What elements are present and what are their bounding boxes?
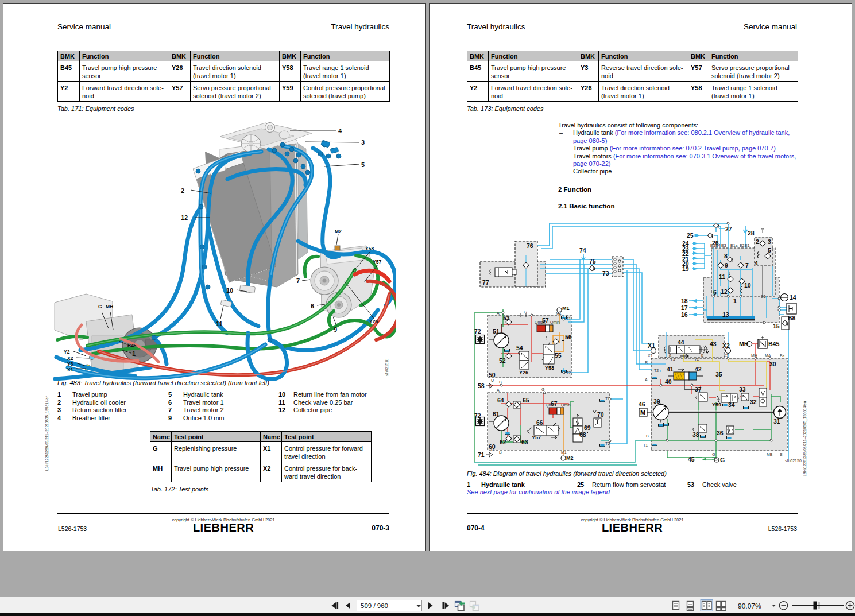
svg-text:61: 61 bbox=[493, 410, 500, 417]
svg-text:Y26: Y26 bbox=[369, 319, 378, 324]
svg-text:50: 50 bbox=[489, 371, 496, 378]
svg-text:36: 36 bbox=[717, 429, 724, 436]
svg-text:T2: T2 bbox=[566, 371, 571, 375]
svg-text:76: 76 bbox=[527, 242, 533, 249]
svg-text:MB: MB bbox=[767, 452, 773, 456]
svg-text:Y57: Y57 bbox=[373, 259, 381, 265]
svg-text:3: 3 bbox=[768, 238, 771, 245]
svg-text:G: G bbox=[712, 452, 715, 456]
svg-text:Y58: Y58 bbox=[365, 246, 374, 251]
svg-text:27: 27 bbox=[725, 226, 732, 233]
svg-text:39: 39 bbox=[653, 398, 660, 405]
svg-text:a: a bbox=[669, 353, 671, 357]
svg-text:12: 12 bbox=[721, 288, 728, 295]
svg-text:11: 11 bbox=[216, 320, 223, 327]
svg-text:4: 4 bbox=[755, 259, 758, 266]
svg-text:T1: T1 bbox=[566, 317, 571, 321]
svg-text:51: 51 bbox=[493, 328, 500, 335]
svg-text:Y2: Y2 bbox=[64, 349, 70, 355]
svg-text:sfh02150: sfh02150 bbox=[785, 459, 802, 463]
svg-text:42: 42 bbox=[695, 366, 702, 373]
svg-text:S1: S1 bbox=[761, 295, 766, 299]
svg-text:Y3: Y3 bbox=[670, 357, 675, 361]
svg-text:X2: X2 bbox=[722, 342, 730, 349]
svg-text:B8: B8 bbox=[788, 315, 796, 321]
svg-text:7: 7 bbox=[745, 262, 749, 269]
svg-text:58: 58 bbox=[478, 382, 485, 389]
svg-text:77: 77 bbox=[482, 279, 489, 286]
svg-text:45: 45 bbox=[688, 456, 695, 463]
svg-text:66: 66 bbox=[536, 419, 543, 426]
svg-text:34: 34 bbox=[728, 401, 735, 408]
svg-text:35: 35 bbox=[715, 371, 722, 378]
svg-text:T1: T1 bbox=[643, 443, 648, 447]
svg-text:E4: E4 bbox=[715, 243, 721, 247]
svg-text:M: M bbox=[640, 409, 645, 416]
svg-text:38: 38 bbox=[692, 431, 699, 438]
svg-text:509 / 960: 509 / 960 bbox=[361, 602, 388, 609]
svg-text:74: 74 bbox=[579, 247, 586, 254]
svg-text:3: 3 bbox=[361, 139, 365, 146]
svg-text:B: B bbox=[499, 380, 502, 384]
svg-text:69: 69 bbox=[584, 424, 591, 431]
svg-text:16: 16 bbox=[681, 311, 688, 318]
svg-text:A: A bbox=[497, 388, 500, 392]
svg-text:32: 32 bbox=[750, 398, 757, 405]
svg-text:5: 5 bbox=[361, 161, 365, 168]
svg-text:Qmin: Qmin bbox=[550, 320, 560, 325]
svg-text:65: 65 bbox=[523, 397, 529, 404]
svg-text:10: 10 bbox=[744, 282, 751, 289]
svg-text:T2: T2 bbox=[654, 369, 659, 373]
svg-text:19: 19 bbox=[682, 265, 689, 272]
svg-text:6: 6 bbox=[713, 289, 717, 296]
svg-text:E5: E5 bbox=[710, 243, 715, 247]
svg-text:MH: MH bbox=[739, 340, 748, 347]
svg-text:B45: B45 bbox=[768, 340, 779, 347]
svg-text:A: A bbox=[497, 311, 500, 315]
svg-text:M2: M2 bbox=[566, 455, 574, 461]
svg-text:B45: B45 bbox=[127, 343, 137, 348]
svg-text:52: 52 bbox=[499, 357, 506, 364]
svg-text:90.07%: 90.07% bbox=[738, 602, 761, 610]
svg-text:10: 10 bbox=[226, 287, 233, 294]
svg-text:64: 64 bbox=[497, 397, 504, 404]
svg-text:9: 9 bbox=[725, 262, 728, 269]
svg-text:62: 62 bbox=[500, 439, 506, 445]
svg-text:Y57: Y57 bbox=[532, 435, 541, 440]
svg-text:70: 70 bbox=[597, 411, 604, 418]
svg-text:7: 7 bbox=[296, 277, 300, 284]
svg-text:63: 63 bbox=[521, 439, 528, 445]
svg-text:46: 46 bbox=[639, 401, 645, 408]
svg-text:B: B bbox=[646, 434, 649, 438]
svg-text:1: 1 bbox=[733, 297, 737, 304]
svg-text:E2: E2 bbox=[740, 243, 745, 247]
svg-text:41: 41 bbox=[667, 366, 674, 373]
svg-text:B: B bbox=[499, 450, 502, 454]
svg-text:T1: T1 bbox=[605, 397, 610, 401]
svg-text:31: 31 bbox=[773, 418, 780, 425]
svg-text:18: 18 bbox=[681, 297, 688, 304]
svg-text:5: 5 bbox=[768, 247, 771, 254]
svg-text:Qmax: Qmax bbox=[535, 320, 546, 325]
svg-text:4: 4 bbox=[338, 127, 342, 134]
svg-text:X1: X1 bbox=[648, 342, 655, 349]
svg-text:56: 56 bbox=[565, 334, 572, 340]
svg-text:6: 6 bbox=[311, 303, 314, 309]
svg-text:72: 72 bbox=[474, 328, 481, 335]
svg-text:sfh02151b: sfh02151b bbox=[385, 358, 389, 376]
svg-text:8: 8 bbox=[724, 253, 728, 259]
svg-text:G: G bbox=[98, 304, 102, 309]
svg-text:Y58: Y58 bbox=[545, 365, 554, 371]
svg-text:15: 15 bbox=[773, 323, 780, 330]
svg-text:S: S bbox=[780, 452, 783, 456]
svg-text:73: 73 bbox=[602, 270, 609, 277]
svg-text:Y59: Y59 bbox=[712, 402, 721, 408]
svg-text:X1: X1 bbox=[648, 354, 653, 358]
svg-text:30: 30 bbox=[769, 361, 776, 367]
svg-text:T2: T2 bbox=[605, 441, 610, 445]
svg-text:b: b bbox=[701, 353, 703, 357]
svg-text:71: 71 bbox=[478, 451, 485, 458]
svg-text:44: 44 bbox=[678, 339, 684, 346]
svg-text:M1: M1 bbox=[561, 450, 567, 454]
svg-text:M1: M1 bbox=[562, 305, 570, 311]
